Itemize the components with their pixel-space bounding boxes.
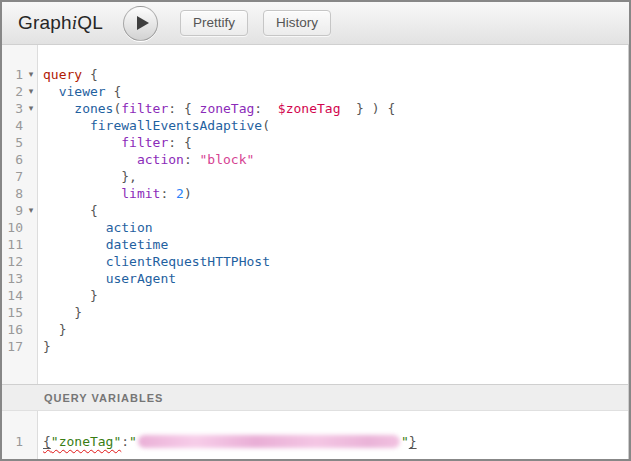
code-line: 7 },: [2, 168, 628, 185]
logo-text-post: QL: [77, 12, 103, 33]
code-line: 15 }: [2, 304, 628, 321]
fold-arrow-icon[interactable]: ▾: [23, 66, 39, 83]
toolbar: GraphiQL Prettify History: [2, 2, 629, 45]
query-variables-title[interactable]: QUERY VARIABLES: [2, 384, 628, 411]
code-text: userAgent: [39, 270, 176, 287]
code-text: action: "block": [39, 151, 254, 168]
code-line: 13 userAgent: [2, 270, 628, 287]
line-number: 17: [2, 338, 23, 355]
code-text: limit: 2): [39, 185, 192, 202]
code-text: datetime: [39, 236, 168, 253]
code-line: 11 datetime: [2, 236, 628, 253]
redacted-value: [138, 435, 400, 448]
line-number: 14: [2, 287, 23, 304]
execute-query-button[interactable]: [123, 6, 158, 41]
code-text: },: [39, 168, 137, 185]
fold-spacer: [23, 185, 39, 202]
code-line: 12 clientRequestHTTPHost: [2, 253, 628, 270]
line-number: 9: [2, 202, 23, 219]
history-button[interactable]: History: [263, 10, 331, 36]
line-number: 1: [2, 433, 23, 450]
variables-code-lines: 1{"zoneTag":""}: [2, 411, 628, 450]
code-text: }: [39, 321, 66, 338]
query-variables-label: QUERY VARIABLES: [44, 392, 163, 404]
fold-spacer: [23, 433, 39, 450]
code-text: clientRequestHTTPHost: [39, 253, 270, 270]
line-number: 10: [2, 219, 23, 236]
line-number: 4: [2, 117, 23, 134]
code-line: 6 action: "block": [2, 151, 628, 168]
fold-spacer: [23, 338, 39, 355]
graphiql-logo: GraphiQL: [18, 12, 103, 34]
prettify-button[interactable]: Prettify: [180, 10, 248, 36]
code-text: filter: {: [39, 134, 192, 151]
logo-text-pre: Graph: [18, 12, 72, 33]
query-code-lines: 1▾query {2▾ viewer {3▾ zones(filter: { z…: [2, 45, 628, 355]
line-number: 15: [2, 304, 23, 321]
fold-spacer: [23, 253, 39, 270]
code-line: 8 limit: 2): [2, 185, 628, 202]
lint-error-squiggle: {: [43, 434, 51, 449]
line-number: 11: [2, 236, 23, 253]
line-number: 12: [2, 253, 23, 270]
code-line: 17}: [2, 338, 628, 355]
fold-spacer: [23, 219, 39, 236]
fold-spacer: [23, 321, 39, 338]
editor-panes: 1▾query {2▾ viewer {3▾ zones(filter: { z…: [2, 45, 629, 459]
code-text: firewallEventsAdaptive(: [39, 117, 270, 134]
line-number: 8: [2, 185, 23, 202]
fold-arrow-icon[interactable]: ▾: [23, 202, 39, 219]
line-number: 3: [2, 100, 23, 117]
code-line: 5 filter: {: [2, 134, 628, 151]
line-number: 1: [2, 66, 23, 83]
lint-error-squiggle: "zoneTag": [51, 434, 121, 449]
code-text: action: [39, 219, 153, 236]
fold-spacer: [23, 168, 39, 185]
code-text: }: [39, 338, 51, 355]
query-editor[interactable]: 1▾query {2▾ viewer {3▾ zones(filter: { z…: [2, 45, 628, 384]
graphiql-app: GraphiQL Prettify History 1▾query {2▾ vi…: [0, 0, 631, 461]
code-text: zones(filter: { zoneTag: $zoneTag } ) {: [39, 100, 395, 117]
code-line: 16 }: [2, 321, 628, 338]
fold-spacer: [23, 287, 39, 304]
line-number: 7: [2, 168, 23, 185]
line-number: 13: [2, 270, 23, 287]
code-line: 2▾ viewer {: [2, 83, 628, 100]
line-number: 2: [2, 83, 23, 100]
fold-spacer: [23, 151, 39, 168]
code-text: query {: [39, 66, 98, 83]
line-number: 16: [2, 321, 23, 338]
code-line: 14 }: [2, 287, 628, 304]
line-number: 5: [2, 134, 23, 151]
fold-spacer: [23, 304, 39, 321]
code-line: 1▾query {: [2, 66, 628, 83]
fold-arrow-icon[interactable]: ▾: [23, 83, 39, 100]
code-text: }: [39, 287, 98, 304]
code-line: 1{"zoneTag":""}: [2, 433, 628, 450]
code-text: viewer {: [39, 83, 121, 100]
code-line: 9▾ {: [2, 202, 628, 219]
play-icon: [137, 16, 149, 30]
code-text: {"zoneTag":""}: [39, 433, 417, 450]
fold-spacer: [23, 270, 39, 287]
code-line: 3▾ zones(filter: { zoneTag: $zoneTag } )…: [2, 100, 628, 117]
line-number: 6: [2, 151, 23, 168]
code-text: {: [39, 202, 98, 219]
fold-spacer: [23, 117, 39, 134]
fold-arrow-icon[interactable]: ▾: [23, 100, 39, 117]
fold-spacer: [23, 134, 39, 151]
code-text: }: [39, 304, 82, 321]
code-line: 4 firewallEventsAdaptive(: [2, 117, 628, 134]
variables-editor[interactable]: 1{"zoneTag":""}: [2, 411, 628, 459]
fold-spacer: [23, 236, 39, 253]
code-line: 10 action: [2, 219, 628, 236]
